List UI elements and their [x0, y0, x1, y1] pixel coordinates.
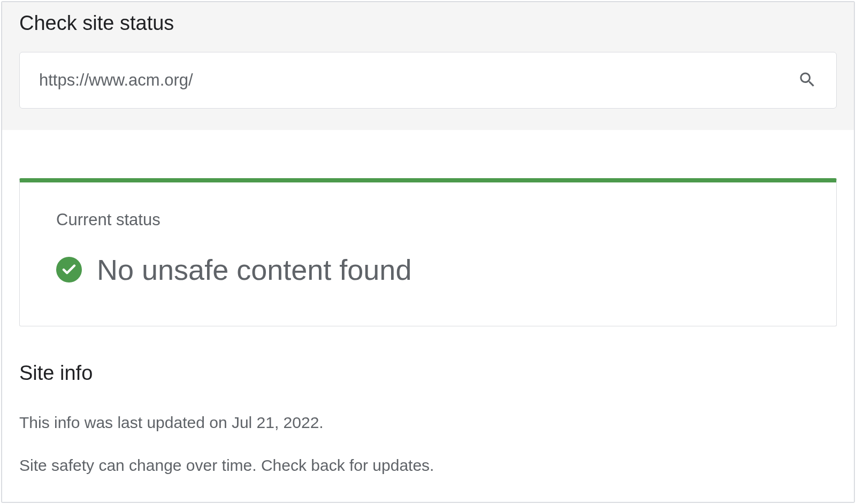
site-info-disclaimer: Site safety can change over time. Check …	[19, 454, 837, 477]
site-info-updated: This info was last updated on Jul 21, 20…	[19, 411, 837, 434]
checkmark-icon	[56, 257, 82, 282]
site-info-title: Site info	[19, 362, 837, 385]
search-button[interactable]	[793, 66, 821, 95]
content-section: Current status No unsafe content found S…	[2, 130, 854, 502]
search-bar	[19, 52, 837, 109]
header-section: Check site status	[2, 2, 854, 130]
search-icon	[798, 70, 817, 91]
main-container: Check site status Current status	[1, 1, 855, 503]
status-card: Current status No unsafe content found	[19, 178, 837, 326]
status-row: No unsafe content found	[56, 255, 800, 284]
url-input[interactable]	[39, 71, 793, 90]
page-title: Check site status	[19, 12, 837, 35]
status-message: No unsafe content found	[97, 255, 411, 284]
status-label: Current status	[56, 210, 800, 230]
